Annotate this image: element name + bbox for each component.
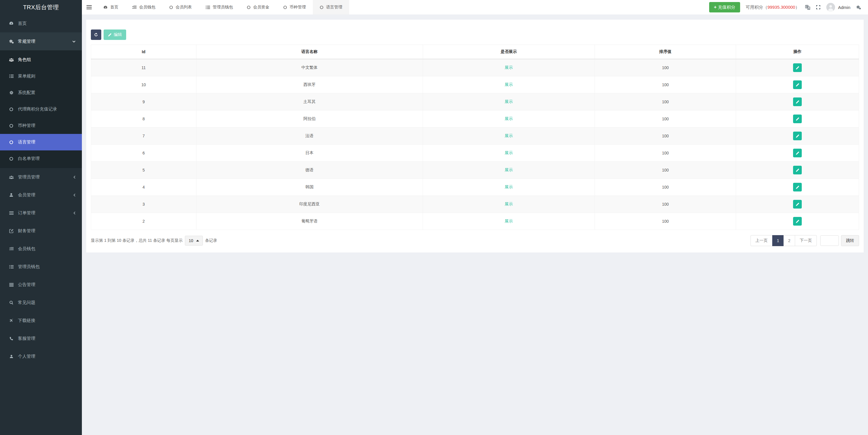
row-edit-button[interactable]	[793, 183, 802, 191]
table-toolbar: 编辑	[91, 30, 859, 40]
sidebar-item-faq[interactable]: 常见问题	[0, 293, 82, 311]
sidebar-item-system-config[interactable]: 系统配置	[0, 85, 82, 101]
cell-language-name: 阿拉伯	[196, 111, 423, 128]
users-icon	[8, 175, 14, 179]
show-status-link[interactable]: 展示	[505, 116, 513, 121]
tab-admin-wallet[interactable]: 管理员钱包	[199, 0, 240, 14]
cell-id: 6	[91, 145, 196, 162]
sidebar-item-label: 管理员钱包	[18, 264, 40, 270]
table-row: 3 印度尼西亚 展示 100	[91, 196, 859, 213]
sidebar-item-customer-service[interactable]: 客服管理	[0, 330, 82, 347]
sidebar-item-home[interactable]: 首页	[0, 14, 82, 32]
row-edit-button[interactable]	[793, 115, 802, 123]
settings-gear-icon[interactable]	[856, 5, 861, 9]
tab-member-list[interactable]: 会员列表	[162, 0, 199, 14]
sidebar-item-label: 公告管理	[18, 282, 35, 287]
sidebar-item-general-mgmt[interactable]: 常规管理	[0, 32, 82, 50]
sidebar-item-admin-mgmt[interactable]: 管理员管理	[0, 168, 82, 186]
show-status-link[interactable]: 展示	[505, 167, 513, 172]
tab-member-wallet[interactable]: 会员钱包	[125, 0, 162, 14]
sidebar-item-label: 菜单规则	[18, 73, 35, 79]
sidebar-item-label: 财务管理	[18, 228, 35, 234]
sidebar-item-member-wallet[interactable]: 会员钱包	[0, 240, 82, 258]
sidebar-item-order-mgmt[interactable]: 订单管理	[0, 204, 82, 222]
cell-language-name: 西班牙	[196, 76, 423, 93]
recharge-points-button[interactable]: + 充值积分	[709, 2, 740, 12]
row-edit-button[interactable]	[793, 200, 802, 209]
pagination: 上一页 1 2 下一页 跳转	[750, 235, 859, 246]
sidebar-item-download-links[interactable]: 下载链接	[0, 311, 82, 330]
points-prefix: 可用积分（	[746, 5, 768, 9]
sidebar: TRX后台管理 首页 常规管理 角色组 菜单规则 系统配置	[0, 0, 82, 435]
sidebar-item-agent-recharge-records[interactable]: 代理商积分充值记录	[0, 101, 82, 118]
cogs-icon	[8, 39, 14, 44]
cell-sort-value: 100	[595, 93, 736, 111]
row-edit-button[interactable]	[793, 81, 802, 89]
sidebar-item-whitelist-mgmt[interactable]: 白名单管理	[0, 150, 82, 167]
show-status-link[interactable]: 展示	[505, 150, 513, 155]
sidebar-item-label: 代理商积分充值记录	[18, 106, 57, 112]
language-table: Id 语言名称 是否展示 排序值 操作 11 中文繁体 展示 100 10 西班…	[91, 44, 859, 230]
cell-language-name: 日本	[196, 145, 423, 162]
cell-sort-value: 100	[595, 59, 736, 76]
plane-icon	[8, 318, 14, 322]
show-status-link[interactable]: 展示	[505, 201, 513, 206]
sidebar-item-currency-mgmt[interactable]: 币种管理	[0, 118, 82, 134]
table-header-row: Id 语言名称 是否展示 排序值 操作	[91, 45, 859, 59]
sidebar-item-label: 个人管理	[18, 354, 35, 359]
sidebar-item-personal-mgmt[interactable]: 个人管理	[0, 347, 82, 365]
sidebar-item-label: 常见问题	[18, 300, 35, 305]
sidebar-item-label: 币种管理	[18, 123, 35, 128]
cell-id: 10	[91, 76, 196, 93]
refresh-button[interactable]	[91, 30, 101, 40]
tab-currency-mgmt[interactable]: 币种管理	[276, 0, 313, 14]
edit-square-icon	[8, 229, 14, 233]
show-status-link[interactable]: 展示	[505, 133, 513, 138]
pencil-icon	[108, 33, 112, 37]
show-status-link[interactable]: 展示	[505, 99, 513, 104]
translate-icon[interactable]	[805, 5, 810, 10]
chevron-left-icon	[73, 211, 75, 215]
show-status-link[interactable]: 展示	[505, 219, 513, 223]
records-summary: 显示第 1 到第 10 条记录，总共 11 条记录 每页显示 10 条记录	[91, 236, 217, 246]
row-edit-button[interactable]	[793, 149, 802, 157]
sidebar-item-member-mgmt[interactable]: 会员管理	[0, 186, 82, 204]
tab-home[interactable]: 首页	[96, 0, 125, 14]
pagination-page-2[interactable]: 2	[783, 235, 795, 246]
pagination-next-button[interactable]: 下一页	[795, 235, 817, 246]
tab-member-funds[interactable]: 会员资金	[240, 0, 276, 14]
sidebar-item-menu-rules[interactable]: 菜单规则	[0, 68, 82, 85]
pagination-page-1[interactable]: 1	[772, 235, 784, 246]
sidebar-toggle-button[interactable]	[82, 0, 96, 14]
tab-label: 首页	[110, 5, 118, 10]
edit-button[interactable]: 编辑	[103, 30, 126, 40]
sidebar-item-label: 首页	[18, 21, 27, 26]
show-status-link[interactable]: 展示	[505, 65, 513, 70]
show-status-link[interactable]: 展示	[505, 82, 513, 87]
row-edit-button[interactable]	[793, 166, 802, 175]
circle-icon	[8, 140, 14, 144]
content-card: 编辑 Id 语言名称 是否展示 排序值 操作 11 中文繁体 展示 100 10	[86, 20, 864, 252]
available-points: 可用积分（99935.300000）	[746, 5, 800, 10]
chevron-left-icon	[73, 176, 75, 179]
sidebar-item-admin-wallet[interactable]: 管理员钱包	[0, 258, 82, 276]
tab-language-mgmt[interactable]: 语言管理	[313, 0, 349, 14]
sidebar-item-finance-mgmt[interactable]: 财务管理	[0, 222, 82, 240]
page-size-dropdown[interactable]: 10	[185, 236, 203, 246]
sidebar-item-role-group[interactable]: 角色组	[0, 52, 82, 68]
row-edit-button[interactable]	[793, 97, 802, 106]
tab-label: 会员钱包	[139, 5, 155, 10]
row-edit-button[interactable]	[793, 132, 802, 140]
fullscreen-icon[interactable]	[816, 5, 820, 9]
sidebar-item-announcement-mgmt[interactable]: 公告管理	[0, 276, 82, 293]
show-status-link[interactable]: 展示	[505, 185, 513, 189]
row-edit-button[interactable]	[793, 217, 802, 226]
page-jump-button[interactable]: 跳转	[841, 235, 859, 246]
row-edit-button[interactable]	[793, 63, 802, 72]
page-jump-input[interactable]	[820, 236, 839, 246]
table-row: 10 西班牙 展示 100	[91, 76, 859, 93]
sidebar-item-language-mgmt[interactable]: 语言管理	[0, 134, 82, 150]
pagination-prev-button[interactable]: 上一页	[750, 235, 773, 246]
sidebar-item-label: 管理员管理	[18, 175, 40, 180]
user-menu[interactable]: Admin	[826, 3, 850, 11]
